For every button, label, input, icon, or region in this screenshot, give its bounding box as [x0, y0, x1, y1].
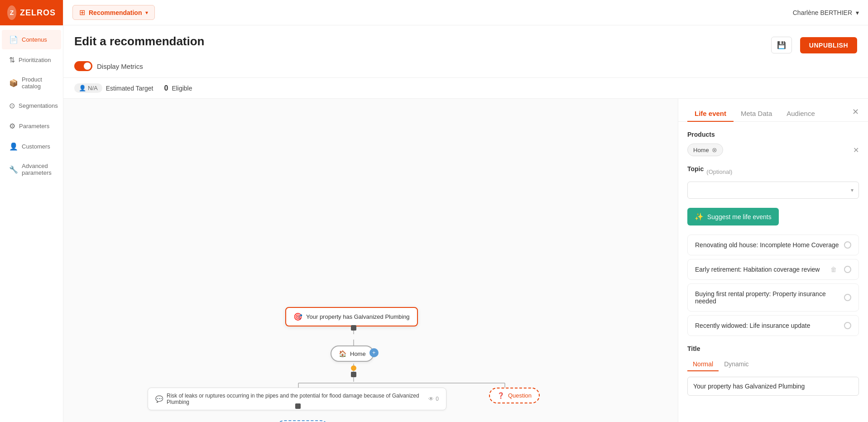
title-label: Title: [687, 345, 859, 352]
question-icon: ❓: [497, 392, 504, 399]
user-menu[interactable]: Charlène BERTHIER ▾: [793, 9, 859, 16]
life-event-radio-3[interactable]: [844, 294, 851, 301]
sidebar-item-segmentations[interactable]: ⊙ Segmentations: [2, 96, 61, 115]
tab-audience[interactable]: Audience: [779, 106, 822, 122]
add-product-button[interactable]: +: [369, 348, 379, 357]
delete-life-event-icon[interactable]: 🗑: [830, 266, 837, 273]
sidebar-item-label-prioritization: Prioritization: [19, 57, 51, 63]
panel-body: Products Home ⊗ ✕ Topic (Optional): [678, 122, 868, 422]
segmentations-icon: ⊙: [9, 101, 15, 110]
na-badge: 👤 N/A: [74, 83, 102, 93]
product-label: Home: [350, 350, 366, 357]
topic-row: Topic (Optional): [687, 165, 859, 199]
user-name: Charlène BERTHIER: [793, 9, 852, 16]
life-event-radio-4[interactable]: [844, 322, 851, 329]
sidebar-item-prioritization[interactable]: ⇅ Prioritization: [2, 50, 61, 70]
title-section: Title Normal Dynamic: [687, 345, 859, 396]
life-event-option-4[interactable]: Recently widowed: Life insurance update: [687, 315, 859, 336]
connector-dot-2: [351, 372, 356, 377]
products-row: Home ⊗ ✕: [687, 144, 859, 156]
eye-icon: 👁: [428, 396, 434, 402]
sparkle-icon: ✨: [695, 212, 704, 221]
orange-connector: [351, 365, 356, 371]
life-event-radio-1[interactable]: [844, 241, 851, 249]
suggest-life-events-button[interactable]: ✨ Suggest me life events: [687, 208, 779, 225]
life-event-label-3: Buying first rental property: Property i…: [695, 290, 844, 305]
page-title: Edit a recommendation: [74, 34, 205, 48]
contenus-icon: 📄: [9, 35, 18, 44]
zelros-logo-icon: Z: [7, 5, 16, 20]
flow-svg: [63, 99, 678, 422]
connector-dot-3: [295, 403, 301, 409]
chevron-down-icon: ▾: [145, 10, 148, 16]
sidebar-item-parameters[interactable]: ⚙ Parameters: [2, 116, 61, 136]
product-node[interactable]: 🏠 Home +: [331, 345, 374, 362]
sidebar-item-customers[interactable]: 👤 Customers: [2, 137, 61, 156]
breadcrumb-recommendation[interactable]: ⊞ Recommendation ▾: [72, 5, 155, 20]
title-tab-normal[interactable]: Normal: [687, 358, 719, 371]
tab-life-event[interactable]: Life event: [687, 106, 734, 122]
product-tag-remove-icon[interactable]: ⊗: [712, 146, 717, 153]
flow-canvas[interactable]: 🎯 Your property has Galvanized Plumbing …: [63, 99, 678, 422]
parameters-icon: ⚙: [9, 122, 15, 130]
title-tabs: Normal Dynamic: [687, 358, 859, 371]
sidebar-item-label-customers: Customers: [22, 143, 50, 150]
life-event-option-3[interactable]: Buying first rental property: Property i…: [687, 283, 859, 312]
recommendation-label: Your property has Galvanized Plumbing: [306, 313, 410, 320]
breadcrumb-label: Recommendation: [89, 9, 142, 16]
eligible-count: 0: [164, 84, 168, 92]
panel-close-button[interactable]: ✕: [852, 107, 859, 120]
eligible-label: Eligible: [172, 85, 192, 92]
question-node[interactable]: ❓ Question: [489, 388, 540, 403]
na-value: N/A: [88, 85, 98, 91]
topic-optional-label: (Optional): [706, 168, 732, 175]
life-event-option-2[interactable]: Early retirement: Habitation coverage re…: [687, 259, 859, 280]
argument-node[interactable]: 💬 Argument: [276, 420, 329, 422]
display-metrics-label: Display Metrics: [97, 62, 143, 70]
estimated-target-label: Estimated Target: [106, 85, 153, 92]
estimated-target-metric: 👤 N/A Estimated Target: [74, 83, 153, 93]
right-panel: Life event Meta Data Audience ✕ Products…: [678, 99, 868, 422]
views-count: 0: [436, 396, 439, 402]
metrics-bar: 👤 N/A Estimated Target 0 Eligible: [63, 78, 868, 99]
sidebar-item-label-segmentations: Segmentations: [19, 102, 58, 109]
connector-dot-1: [351, 325, 356, 331]
prioritization-icon: ⇅: [9, 56, 15, 64]
life-event-radio-2[interactable]: [844, 266, 851, 273]
eligible-metric: 0 Eligible: [164, 84, 192, 92]
unpublish-button[interactable]: UNPUBLISH: [800, 37, 857, 53]
title-tab-dynamic[interactable]: Dynamic: [719, 358, 754, 371]
products-clear-icon[interactable]: ✕: [853, 146, 859, 154]
recommendation-icon: 🎯: [293, 312, 302, 321]
advanced-parameters-icon: 🔧: [9, 165, 18, 174]
topic-select-wrap: [687, 182, 859, 199]
person-icon: 👤: [79, 85, 86, 91]
sidebar-item-contenus[interactable]: 📄 Contenus: [2, 30, 61, 49]
life-event-label-4: Recently widowed: Life insurance update: [695, 322, 810, 329]
topbar-left: ⊞ Recommendation ▾: [72, 5, 155, 20]
product-tag-home[interactable]: Home ⊗: [687, 144, 723, 156]
sidebar-item-label-product-catalog: Product catalog: [22, 76, 54, 90]
topic-select[interactable]: [687, 182, 859, 199]
sidebar-item-product-catalog[interactable]: 📦 Product catalog: [2, 71, 61, 95]
tab-meta-data[interactable]: Meta Data: [734, 106, 779, 122]
user-menu-chevron-icon: ▾: [856, 9, 859, 16]
sidebar-item-advanced-parameters[interactable]: 🔧 Advanced parameters: [2, 157, 61, 182]
sidebar-item-label-contenus: Contenus: [22, 36, 47, 43]
topic-label: Topic: [687, 165, 704, 173]
life-event-option-1[interactable]: Renovating old house: Incomplete Home Co…: [687, 235, 859, 255]
panel-header: Life event Meta Data Audience ✕: [678, 99, 868, 122]
topbar: ⊞ Recommendation ▾ Charlène BERTHIER ▾: [63, 0, 868, 25]
main-content: ⊞ Recommendation ▾ Charlène BERTHIER ▾ E…: [63, 0, 868, 422]
life-event-label-2: Early retirement: Habitation coverage re…: [695, 266, 820, 273]
display-metrics-toggle[interactable]: [74, 61, 92, 71]
save-button[interactable]: 💾: [771, 37, 792, 53]
recommendation-node[interactable]: 🎯 Your property has Galvanized Plumbing: [285, 307, 418, 326]
insight-views: 👁 0: [428, 396, 439, 402]
question-label: Question: [508, 392, 532, 399]
sidebar-item-label-parameters: Parameters: [19, 123, 49, 129]
product-icon: 🏠: [339, 350, 346, 357]
product-tag-label: Home: [693, 147, 709, 153]
product-catalog-icon: 📦: [9, 79, 18, 87]
title-input[interactable]: [687, 377, 859, 396]
